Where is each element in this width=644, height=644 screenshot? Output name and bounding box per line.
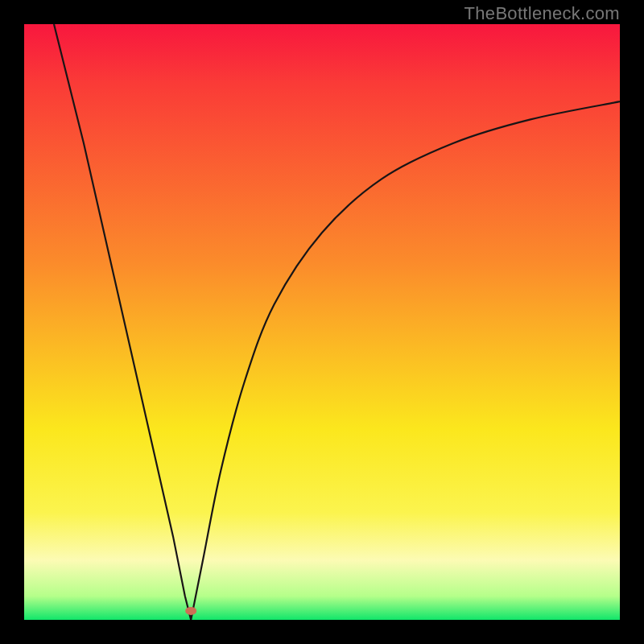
chart-frame: TheBottleneck.com: [0, 0, 644, 644]
attribution-text: TheBottleneck.com: [464, 3, 620, 24]
bottleneck-curve: [24, 24, 620, 620]
optimum-marker-icon: [185, 607, 196, 615]
plot-area: [24, 24, 620, 620]
